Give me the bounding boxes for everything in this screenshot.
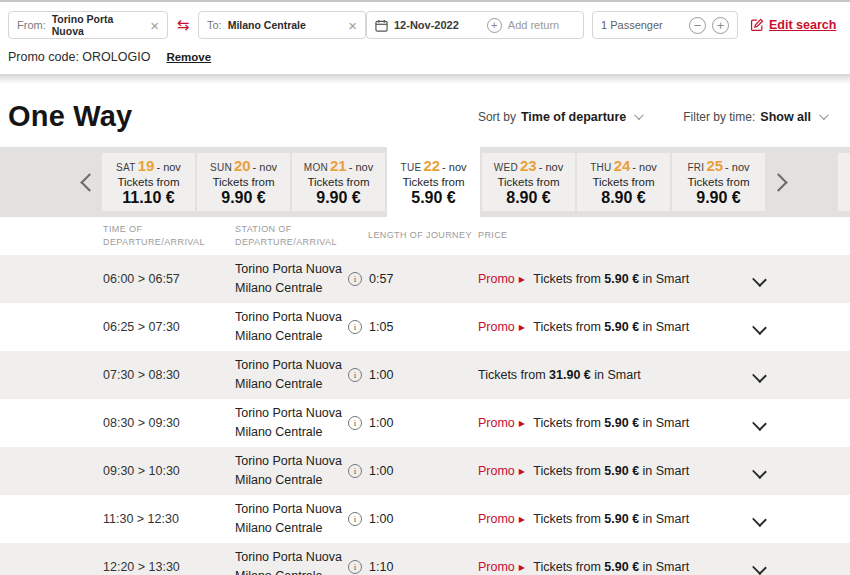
date-card-date: SUN20- nov (210, 157, 277, 174)
sort-prefix: Sort by (478, 110, 516, 124)
filter-dropdown[interactable]: Filter by time: Show all (683, 110, 826, 124)
date-field[interactable]: 12-Nov-2022 + Add return (366, 11, 584, 39)
edit-search-button[interactable]: Edit search (750, 18, 836, 32)
departure-arrival-time: 11:30 > 12:30 (103, 512, 235, 526)
info-icon[interactable]: i (348, 416, 362, 430)
promo-arrow-icon: ▶ (519, 467, 525, 476)
tickets-from-label: Tickets from (592, 176, 654, 188)
day-number: 19 (138, 157, 155, 174)
carousel-prev-icon[interactable] (80, 173, 98, 191)
filter-value: Show all (760, 110, 811, 124)
result-row[interactable]: 11:30 > 12:30Torino Porta NuovaMilano Ce… (0, 495, 850, 543)
stations-cell: Torino Porta NuovaMilano Centrale (235, 356, 348, 395)
price-value: 5.90 € (604, 272, 639, 286)
date-card-sun-20[interactable]: SUN20- novTickets from9.90 € (197, 153, 290, 211)
departure-arrival-time: 07:30 > 08:30 (103, 368, 235, 382)
date-card-price: 11.10 € (122, 189, 175, 207)
col-header-price: PRICE (478, 229, 725, 242)
date-card-mon-21[interactable]: MON21- novTickets from9.90 € (292, 153, 385, 211)
info-icon[interactable]: i (348, 272, 362, 286)
journey-duration: 1:00 (369, 416, 393, 430)
day-month: - nov (156, 161, 180, 173)
date-card-price: 8.90 € (601, 189, 645, 207)
info-icon[interactable]: i (348, 368, 362, 382)
expand-row-icon[interactable] (752, 272, 767, 287)
journey-duration: 0:57 (369, 272, 393, 286)
departure-station: Torino Porta Nuova (235, 502, 342, 516)
day-number: 23 (520, 157, 537, 174)
clear-from-icon[interactable]: × (142, 18, 159, 33)
col-header-time: TIME OF DEPARTURE/ARRIVAL (103, 223, 235, 249)
swap-stations-icon[interactable]: ⇆ (168, 16, 198, 34)
carousel-next-icon[interactable] (769, 173, 787, 191)
day-month: - nov (539, 161, 563, 173)
journey-cell: i1:00 (348, 368, 478, 382)
result-row[interactable]: 12:20 > 13:30Torino Porta NuovaMilano Ce… (0, 543, 850, 575)
date-card-date: THU24- nov (590, 157, 657, 174)
price-cell: Promo▶ Tickets from 5.90 € in Smart (478, 464, 725, 478)
departure-station: Torino Porta Nuova (235, 358, 342, 372)
result-row[interactable]: 09:30 > 10:30Torino Porta NuovaMilano Ce… (0, 447, 850, 495)
date-card-date: FRI25- nov (687, 157, 749, 174)
info-icon[interactable]: i (348, 512, 362, 526)
result-row[interactable]: 06:25 > 07:30Torino Porta NuovaMilano Ce… (0, 303, 850, 351)
add-return-button[interactable]: + Add return (487, 18, 559, 33)
departure-arrival-time: 06:25 > 07:30 (103, 320, 235, 334)
date-card-price: 9.90 € (316, 189, 360, 207)
from-field[interactable]: From: Torino Porta Nuova × (8, 11, 168, 39)
price-suffix: in Smart (643, 512, 690, 526)
price-suffix: in Smart (643, 464, 690, 478)
date-card-fri-25[interactable]: FRI25- novTickets from9.90 € (672, 153, 765, 211)
date-card-price: 5.90 € (411, 189, 455, 207)
day-number: 24 (614, 157, 631, 174)
price-prefix: Tickets from (533, 464, 601, 478)
results-table: TIME OF DEPARTURE/ARRIVAL STATION OF DEP… (0, 217, 850, 575)
calendar-icon (375, 19, 388, 32)
increase-passenger-button[interactable]: + (712, 17, 729, 34)
date-card-price: 9.90 € (696, 189, 740, 207)
day-of-week: TUE (400, 162, 421, 173)
to-field[interactable]: To: Milano Centrale × (198, 11, 366, 39)
info-icon[interactable]: i (348, 560, 362, 574)
date-card-tue-22[interactable]: TUE22- novTickets from5.90 € (387, 147, 480, 217)
passenger-field[interactable]: 1 Passenger − + (592, 11, 738, 39)
departure-arrival-time: 06:00 > 06:57 (103, 272, 235, 286)
info-icon[interactable]: i (348, 320, 362, 334)
departure-station: Torino Porta Nuova (235, 550, 342, 564)
price-suffix: in Smart (594, 368, 641, 382)
arrival-station: Milano Centrale (235, 521, 323, 535)
day-of-week: THU (590, 162, 611, 173)
day-number: 25 (706, 157, 723, 174)
info-icon[interactable]: i (348, 464, 362, 478)
decrease-passenger-button[interactable]: − (689, 17, 706, 34)
journey-duration: 1:10 (369, 560, 393, 574)
promo-label: Promo (478, 560, 515, 574)
expand-row-icon[interactable] (752, 320, 767, 335)
date-card-sat-19[interactable]: SAT19- novTickets from11.10 € (102, 153, 195, 211)
result-row[interactable]: 06:00 > 06:57Torino Porta NuovaMilano Ce… (0, 255, 850, 303)
result-row[interactable]: 08:30 > 09:30Torino Porta NuovaMilano Ce… (0, 399, 850, 447)
sort-dropdown[interactable]: Sort by Time of departure (478, 110, 641, 124)
expand-row-icon[interactable] (752, 416, 767, 431)
expand-row-icon[interactable] (752, 368, 767, 383)
price-value: 31.90 € (549, 368, 591, 382)
date-card-thu-24[interactable]: THU24- novTickets from8.90 € (577, 153, 670, 211)
date-card-wed-23[interactable]: WED23- novTickets from8.90 € (482, 153, 575, 211)
arrival-station: Milano Centrale (235, 569, 323, 575)
day-month: - nov (442, 161, 466, 173)
add-return-label: Add return (508, 19, 559, 31)
promo-arrow-icon: ▶ (519, 563, 525, 572)
passenger-count: 1 Passenger (601, 19, 663, 31)
tickets-from-label: Tickets from (497, 176, 559, 188)
arrival-station: Milano Centrale (235, 425, 323, 439)
chevron-down-icon (819, 110, 829, 120)
table-body: 06:00 > 06:57Torino Porta NuovaMilano Ce… (0, 255, 850, 575)
expand-row-icon[interactable] (752, 512, 767, 527)
remove-promo-link[interactable]: Remove (166, 51, 211, 63)
clear-to-icon[interactable]: × (340, 18, 357, 33)
date-card-price: 9.90 € (221, 189, 265, 207)
expand-row-icon[interactable] (752, 560, 767, 575)
expand-row-icon[interactable] (752, 464, 767, 479)
result-row[interactable]: 07:30 > 08:30Torino Porta NuovaMilano Ce… (0, 351, 850, 399)
search-header: From: Torino Porta Nuova × ⇆ To: Milano … (0, 0, 850, 74)
